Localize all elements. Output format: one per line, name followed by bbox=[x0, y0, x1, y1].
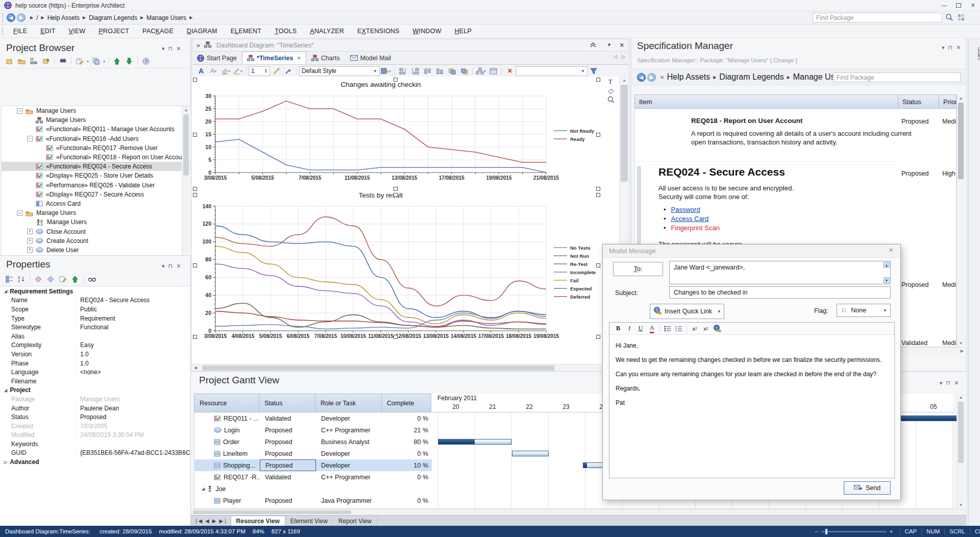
tree-item[interactable]: −«Functional» REQ016 -Add Users bbox=[2, 134, 190, 143]
gantt-vertical-scrollbar[interactable]: ▲▼ bbox=[957, 394, 965, 509]
selection-handle[interactable] bbox=[193, 193, 197, 197]
pin-icon[interactable]: ⊓ bbox=[946, 380, 951, 386]
group-triangle-icon[interactable]: ◢ bbox=[4, 289, 7, 294]
tree-expand-toggle[interactable]: + bbox=[27, 229, 33, 234]
first-page-icon[interactable]: ❘◀ bbox=[194, 518, 202, 524]
menu-item-diagram[interactable]: DIAGRAM bbox=[180, 28, 224, 35]
fill-color-icon[interactable]: ▾ bbox=[220, 66, 231, 76]
diagram-canvas[interactable]: 0510152025303/08/20155/08/20157/08/20151… bbox=[192, 77, 619, 364]
line-width-spinner[interactable]: 1▲▼ bbox=[249, 66, 270, 76]
property-row[interactable]: PackageManage Users bbox=[0, 395, 190, 404]
gantt-row[interactable]: OrderProposedBusiness Analyst80 % bbox=[194, 436, 432, 448]
gantt-cell-resource[interactable]: LineItem bbox=[194, 448, 260, 459]
line-color-icon[interactable]: ▾ bbox=[232, 66, 243, 76]
tree-item[interactable]: «Display» REQ025 - Store User Details bbox=[2, 171, 190, 180]
group-triangle-icon[interactable]: ▷ bbox=[4, 460, 7, 465]
property-row[interactable]: Created7/03/2005 bbox=[0, 422, 190, 431]
tree-item[interactable]: «Functional» REQ024 - Secure Access bbox=[2, 162, 190, 171]
property-value[interactable]: Paulene Dean bbox=[77, 405, 190, 412]
group-triangle-icon[interactable]: ◢ bbox=[4, 388, 7, 393]
selection-handle[interactable] bbox=[193, 335, 197, 339]
prev-page-icon[interactable]: ◀ bbox=[205, 518, 209, 524]
expand-caption-icon[interactable]: » bbox=[197, 42, 200, 49]
property-row[interactable]: ComplexityEasy bbox=[0, 341, 190, 350]
portals-icon[interactable] bbox=[958, 13, 966, 23]
props-move-up-icon[interactable] bbox=[69, 274, 81, 284]
zoom-in-icon[interactable]: + bbox=[890, 528, 893, 534]
hyperlink-icon[interactable] bbox=[712, 324, 722, 333]
gantt-col-complete[interactable]: Complete bbox=[382, 394, 431, 412]
spec-find-package-input[interactable] bbox=[833, 72, 961, 82]
props-element-properties-icon[interactable] bbox=[45, 274, 56, 284]
superscript-icon[interactable]: x2 bbox=[690, 324, 700, 333]
gantt-cell-role[interactable]: Java Programmer bbox=[316, 495, 382, 506]
property-value[interactable]: {EB351BE6-56FA-47ad-BCC1-2433B6CF1... bbox=[77, 449, 190, 456]
canvas-horizontal-scrollbar[interactable]: ◀ ▶ bbox=[192, 364, 629, 372]
breadcrumb-item[interactable]: Help Assets bbox=[47, 14, 80, 21]
tree-item[interactable]: −Manage Users bbox=[2, 106, 190, 115]
property-row[interactable]: TypeRequirement bbox=[0, 314, 190, 323]
pin-icon[interactable]: ⊓ bbox=[948, 44, 953, 51]
property-row[interactable]: StereotypeFunctional bbox=[0, 323, 190, 332]
property-value[interactable]: Proposed bbox=[77, 413, 190, 421]
collapse-crumb-icon[interactable]: « bbox=[660, 74, 664, 81]
pb-duplicate-icon[interactable] bbox=[90, 56, 102, 66]
gantt-cell-status[interactable]: Proposed bbox=[260, 436, 316, 448]
tab-model-mail[interactable]: Model Mail bbox=[345, 52, 396, 64]
zoom-slider[interactable] bbox=[821, 531, 887, 532]
tree-item[interactable]: «Functional» REQ017 -Remove User bbox=[2, 143, 190, 153]
subject-field[interactable]: Changes to be checked in bbox=[669, 286, 891, 299]
property-row[interactable]: ◢Project bbox=[0, 386, 190, 395]
gantt-horizontal-scrollbar[interactable] bbox=[191, 509, 966, 515]
flag-dropdown[interactable]: ⚐ None ▼ bbox=[837, 304, 891, 317]
selection-handle[interactable] bbox=[596, 133, 600, 137]
pb-edit-document-icon[interactable] bbox=[74, 56, 85, 66]
gantt-cell-resource[interactable]: ◢Joe bbox=[194, 483, 260, 495]
tab-scroll-right-icon[interactable]: ▷ bbox=[622, 54, 625, 59]
selection-handle[interactable] bbox=[394, 78, 398, 82]
gantt-col-status[interactable]: Status bbox=[259, 394, 315, 412]
pb-new-element-icon[interactable] bbox=[40, 56, 52, 66]
property-row[interactable]: Version1.0 bbox=[0, 350, 190, 359]
property-row[interactable]: ▷Advanced bbox=[0, 457, 190, 467]
pane-menu-icon[interactable]: ▾ bbox=[162, 263, 165, 269]
gantt-tab-resource-view[interactable]: Resource View bbox=[231, 516, 285, 526]
last-page-icon[interactable]: ▶❘ bbox=[219, 518, 227, 524]
tree-item[interactable]: «Functional» REQ011 - Manage User Accoun… bbox=[2, 125, 190, 134]
props-stereotype-icon[interactable] bbox=[33, 274, 44, 284]
selection-handle[interactable] bbox=[193, 78, 197, 82]
gantt-row[interactable]: PlayerProposedJava Programmer0 % bbox=[194, 495, 432, 506]
property-row[interactable]: ScopePublic bbox=[0, 305, 190, 314]
selection-handle[interactable] bbox=[394, 335, 398, 339]
props-categorized-icon[interactable] bbox=[4, 274, 15, 284]
pane-close-icon[interactable]: ✕ bbox=[956, 44, 961, 51]
delete-icon[interactable]: ✕ bbox=[504, 66, 516, 76]
auto-layout-icon[interactable]: ▾ bbox=[475, 66, 486, 76]
tab-charts[interactable]: Charts bbox=[306, 52, 345, 64]
eyedropper-icon[interactable] bbox=[283, 66, 294, 76]
tab-close-icon[interactable]: ✕ bbox=[297, 55, 301, 61]
menu-item-element[interactable]: ELEMENT bbox=[224, 28, 268, 35]
gantt-cell-status[interactable]: Proposed bbox=[260, 495, 316, 506]
align-top-icon[interactable] bbox=[422, 66, 433, 76]
font-color-icon[interactable]: A▾ bbox=[208, 66, 219, 76]
collapse-chevron-icon[interactable] bbox=[590, 42, 597, 50]
menu-item-file[interactable]: FILE bbox=[7, 28, 34, 35]
dropdown-arrow-icon[interactable]: ▾ bbox=[103, 59, 105, 64]
scroll-down-icon[interactable]: ▼ bbox=[884, 277, 890, 283]
tree-item[interactable]: «Display» REQ027 - Secure Access bbox=[2, 190, 190, 199]
start-tab[interactable]: Start bbox=[976, 47, 980, 67]
pin-icon[interactable]: ⊓ bbox=[168, 263, 173, 269]
selection-handle[interactable] bbox=[394, 187, 398, 191]
property-row[interactable]: Alias bbox=[0, 332, 190, 341]
gantt-bar[interactable] bbox=[438, 439, 511, 445]
tree-item[interactable]: −Manage Users bbox=[2, 208, 190, 217]
gantt-row[interactable]: Shopping...ProposedDeveloper10 % bbox=[194, 459, 432, 471]
status-toggle-num[interactable]: NUM bbox=[926, 528, 940, 534]
gantt-cell-role[interactable]: Business Analyst bbox=[316, 436, 382, 448]
tree-expand-toggle[interactable]: + bbox=[27, 238, 33, 243]
spec-breadcrumb-item[interactable]: Help Assets bbox=[667, 72, 710, 82]
pane-close-icon[interactable]: ✕ bbox=[176, 45, 181, 52]
menu-item-analyzer[interactable]: ANALYZER bbox=[303, 28, 351, 35]
spec-breadcrumb-item[interactable]: Diagram Legends bbox=[719, 72, 783, 82]
